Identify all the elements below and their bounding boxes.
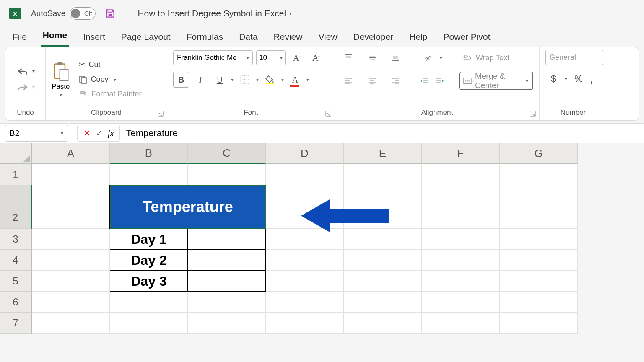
row-header-3[interactable]: 3 [0, 229, 32, 250]
formula-bar-icons: ✕ ✓ fx [77, 125, 120, 142]
font-launcher-icon[interactable]: ⤡ [325, 111, 331, 117]
row-header-6[interactable]: 6 [0, 292, 32, 313]
align-left-icon[interactable] [341, 73, 357, 89]
underline-button[interactable]: U [212, 72, 228, 88]
col-header-d[interactable]: D [266, 143, 344, 164]
alignment-launcher-icon[interactable]: ⤡ [530, 111, 536, 117]
autosave-control[interactable]: AutoSave Off [31, 7, 96, 20]
fill-color-button[interactable] [262, 72, 278, 88]
spreadsheet-grid: 1 2 3 4 5 6 7 A B C D E F G [0, 143, 644, 334]
merge-center-button[interactable]: a Merge & Center ▾ [459, 72, 533, 90]
clipboard-launcher-icon[interactable]: ⤡ [158, 111, 164, 117]
svg-rect-1 [57, 62, 62, 65]
decrease-font-icon[interactable]: Aˇ [308, 50, 324, 66]
col-header-f[interactable]: F [422, 143, 500, 164]
tab-data[interactable]: Data [237, 28, 259, 47]
row-header-7[interactable]: 7 [0, 313, 32, 334]
group-label-undo: Undo [11, 109, 39, 119]
svg-rect-8 [266, 83, 274, 84]
tab-formulas[interactable]: Formulas [185, 28, 225, 47]
select-all-corner[interactable] [0, 143, 32, 164]
font-size-select[interactable]: 10▾ [256, 50, 286, 65]
tab-review[interactable]: Review [272, 28, 304, 47]
ribbon: ▾ ▾ Undo Paste ▾ ✂Cut Copy▾ [5, 47, 639, 121]
col-header-g[interactable]: G [500, 143, 578, 164]
cell-b3[interactable]: Day 1 [110, 229, 188, 250]
save-icon[interactable] [105, 8, 116, 19]
group-label-number: Number [545, 109, 601, 119]
group-label-alignment: Alignment [341, 109, 533, 119]
row-header-2[interactable]: 2 [0, 185, 32, 229]
tab-help[interactable]: Help [408, 28, 429, 47]
borders-button[interactable] [237, 72, 253, 88]
underline-more-icon[interactable]: ▾ [231, 77, 234, 83]
col-header-e[interactable]: E [344, 143, 422, 164]
autosave-toggle[interactable]: Off [70, 7, 96, 20]
enter-icon[interactable]: ✓ [96, 128, 103, 138]
cells-area[interactable]: Temperature Day 1 Day 2 Day 3 [32, 164, 644, 334]
align-top-icon[interactable] [341, 50, 357, 66]
number-format-select[interactable]: General [545, 50, 603, 65]
paste-button[interactable]: Paste ▾ [52, 61, 70, 98]
group-font: Franklin Gothic Me▾ 10▾ Aˆ Aˇ B I U ▾ ▾ … [167, 47, 335, 120]
svg-text:a: a [467, 80, 468, 83]
wrap-text-button[interactable]: ab Wrap Text [461, 52, 512, 64]
autosave-label: AutoSave [31, 9, 65, 18]
tab-page-layout[interactable]: Page Layout [119, 28, 172, 47]
col-header-c[interactable]: C [188, 143, 266, 164]
align-center-icon[interactable] [364, 73, 380, 89]
align-right-icon[interactable] [388, 73, 404, 89]
cell-c3[interactable] [188, 229, 266, 250]
row-header-5[interactable]: 5 [0, 271, 32, 292]
autosave-state: Off [84, 10, 92, 17]
undo-button[interactable]: ▾ [16, 67, 35, 76]
fx-icon[interactable]: fx [108, 129, 114, 138]
name-box[interactable]: B2▾ [5, 125, 68, 142]
cell-b2-merged[interactable]: Temperature [110, 185, 266, 229]
italic-button[interactable]: I [192, 72, 208, 88]
tab-developer[interactable]: Developer [352, 28, 395, 47]
font-name-select[interactable]: Franklin Gothic Me▾ [173, 50, 253, 65]
ribbon-tabs: File Home Insert Page Layout Formulas Da… [0, 27, 644, 47]
increase-indent-icon[interactable] [434, 73, 446, 89]
row-header-4[interactable]: 4 [0, 250, 32, 271]
currency-button[interactable]: $ [545, 71, 561, 87]
align-bottom-icon[interactable] [388, 50, 404, 66]
increase-font-icon[interactable]: Aˆ [289, 50, 305, 66]
svg-text:ab: ab [424, 54, 432, 62]
cell-c4[interactable] [188, 250, 266, 271]
svg-rect-4 [81, 78, 86, 83]
group-undo: ▾ ▾ Undo [5, 47, 46, 120]
copy-button[interactable]: Copy▾ [76, 73, 144, 85]
format-painter-button[interactable]: Format Painter [76, 88, 144, 100]
arrow-annotation [301, 197, 389, 235]
orientation-icon[interactable]: ab [421, 50, 436, 66]
font-color-button[interactable]: A [287, 72, 303, 88]
formula-input[interactable]: Temperature [120, 128, 644, 139]
row-header-1[interactable]: 1 [0, 164, 32, 185]
group-label-clipboard: Clipboard [52, 109, 161, 119]
tab-insert[interactable]: Insert [81, 28, 107, 47]
svg-rect-2 [60, 69, 68, 81]
col-header-a[interactable]: A [32, 143, 110, 164]
redo-button[interactable]: ▾ [16, 83, 35, 92]
group-label-font: Font [173, 109, 329, 119]
tab-file[interactable]: File [11, 28, 29, 47]
decrease-indent-icon[interactable] [418, 73, 430, 89]
cell-b4[interactable]: Day 2 [110, 250, 188, 271]
align-middle-icon[interactable] [364, 50, 380, 66]
comma-button[interactable]: , [590, 72, 593, 85]
tab-power-pivot[interactable]: Power Pivot [442, 28, 492, 47]
cancel-icon[interactable]: ✕ [83, 128, 91, 138]
tab-home[interactable]: Home [41, 27, 69, 47]
cell-b5[interactable]: Day 3 [110, 271, 188, 292]
bold-button[interactable]: B [173, 72, 189, 88]
percent-button[interactable]: % [571, 71, 587, 87]
document-title[interactable]: How to Insert Degree Symbol in Excel ▾ [138, 8, 292, 18]
cell-c5[interactable] [188, 271, 266, 292]
svg-text:ab: ab [463, 54, 468, 59]
tab-view[interactable]: View [317, 28, 339, 47]
group-clipboard: Paste ▾ ✂Cut Copy▾ Format Painter Clipbo… [46, 47, 167, 120]
col-header-b[interactable]: B [110, 143, 188, 164]
cut-button[interactable]: ✂Cut [76, 58, 144, 71]
